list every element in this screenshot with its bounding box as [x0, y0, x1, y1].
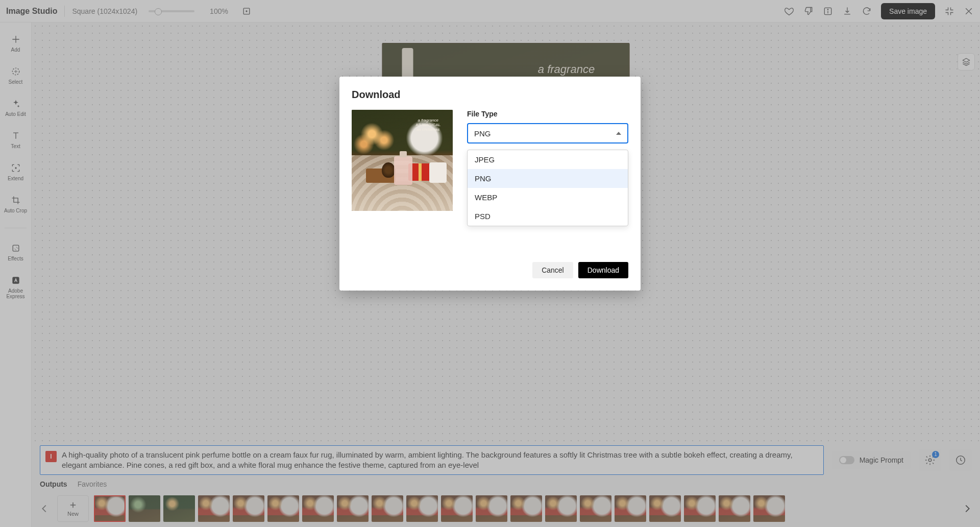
file-type-option[interactable]: PSD	[468, 207, 628, 226]
cancel-button[interactable]: Cancel	[532, 262, 573, 278]
select-value: PNG	[474, 129, 491, 138]
download-modal: Download a fragrance AS MAGICAL as chris…	[339, 77, 641, 291]
file-type-label: File Type	[467, 110, 628, 118]
chevron-up-icon	[616, 132, 621, 135]
modal-title: Download	[352, 89, 628, 101]
file-type-select[interactable]: PNG	[467, 123, 628, 143]
download-button[interactable]: Download	[578, 262, 628, 278]
modal-overlay[interactable]: Download a fragrance AS MAGICAL as chris…	[0, 0, 980, 527]
file-type-dropdown: JPEGPNGWEBPPSD	[467, 150, 628, 226]
file-type-option[interactable]: PNG	[468, 169, 628, 188]
file-type-option[interactable]: JPEG	[468, 150, 628, 169]
download-preview: a fragrance AS MAGICAL as christmas	[352, 110, 453, 211]
file-type-option[interactable]: WEBP	[468, 188, 628, 207]
